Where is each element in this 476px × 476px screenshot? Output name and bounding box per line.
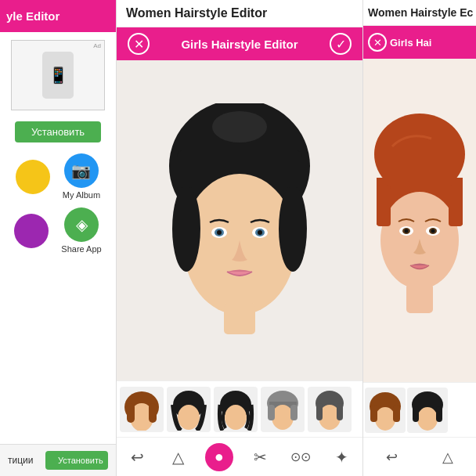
- ad-label: Ad: [93, 42, 101, 49]
- left-header-text: yle Editor: [6, 9, 60, 23]
- album-icon[interactable]: 📷: [64, 153, 99, 188]
- svg-point-39: [431, 229, 435, 233]
- svg-point-48: [417, 407, 438, 431]
- center-hairstyle-row: [117, 380, 362, 437]
- hair-thumb-2[interactable]: [167, 387, 211, 432]
- glasses-button[interactable]: ⊙⊙: [287, 443, 315, 471]
- icon-grid: 📷 My Album ◈ Share App: [14, 153, 101, 261]
- center-face-area: [117, 60, 362, 380]
- svg-rect-40: [377, 186, 391, 226]
- svg-rect-49: [413, 406, 419, 422]
- svg-rect-16: [149, 403, 157, 423]
- style-button[interactable]: ✂: [246, 443, 274, 471]
- hair-thumb-1[interactable]: [120, 387, 164, 432]
- svg-rect-24: [268, 405, 275, 420]
- album-icon-item[interactable]: 📷 My Album: [63, 153, 100, 200]
- purple-icon: [14, 214, 49, 248]
- icon-row-1: 📷 My Album: [16, 153, 100, 200]
- center-face-svg: [153, 103, 326, 338]
- svg-rect-41: [449, 186, 463, 226]
- right-app-header: Women Hairstyle Ec: [363, 0, 476, 26]
- center-toolbar: ↩ △ ● ✂ ⊙⊙ ✦: [117, 437, 362, 476]
- undo-button[interactable]: ↩: [123, 443, 151, 471]
- share-label: Share App: [61, 244, 101, 254]
- svg-rect-28: [316, 403, 323, 420]
- right-close-button[interactable]: ✕: [368, 33, 387, 52]
- center-app-header: Women Hairstyle Editor: [117, 0, 362, 27]
- svg-point-12: [212, 111, 267, 142]
- svg-rect-29: [337, 403, 343, 420]
- right-face-svg: [369, 107, 471, 334]
- svg-rect-15: [127, 403, 135, 423]
- center-panel: Women Hairstyle Editor ✕ Girls Hairstyle…: [116, 0, 363, 476]
- install-button-bottom[interactable]: Установить: [45, 451, 108, 470]
- right-face-area: [363, 59, 476, 382]
- right-pink-bar: ✕ Girls Hai: [363, 26, 476, 59]
- center-pink-bar: ✕ Girls Hairstyle Editor ✓: [117, 27, 362, 60]
- svg-rect-50: [436, 406, 442, 422]
- svg-rect-3: [224, 303, 255, 334]
- ad-phone-icon: 📱: [42, 52, 74, 99]
- right-hair-thumb-1[interactable]: [365, 388, 406, 433]
- svg-point-18: [178, 405, 200, 430]
- svg-point-10: [172, 186, 200, 272]
- left-panel: yle Editor Ad 📱 Установить 📷 My Album ◈ …: [0, 0, 116, 476]
- center-bar-title: Girls Hairstyle Editor: [150, 38, 330, 51]
- svg-rect-44: [370, 405, 377, 422]
- yellow-icon: [16, 160, 50, 194]
- svg-rect-33: [406, 283, 433, 313]
- right-undo-button[interactable]: ↩: [377, 443, 406, 471]
- bottom-bar-text: тиции: [8, 455, 33, 466]
- center-check-button[interactable]: ✓: [330, 33, 352, 55]
- share-icon[interactable]: ◈: [64, 207, 99, 242]
- left-header: yle Editor: [0, 0, 116, 32]
- icon-row-2: ◈ Share App: [14, 207, 101, 254]
- svg-rect-45: [393, 405, 400, 422]
- center-close-button[interactable]: ✕: [128, 33, 150, 55]
- shape-button[interactable]: △: [164, 443, 192, 471]
- right-hair-thumb-2[interactable]: [407, 388, 448, 433]
- sparkle-button[interactable]: ✦: [328, 443, 356, 471]
- right-toolbar: ↩ △: [363, 437, 476, 476]
- svg-point-20: [225, 405, 247, 430]
- album-label: My Album: [63, 190, 100, 200]
- right-shape-button[interactable]: △: [434, 443, 462, 471]
- hair-thumb-5[interactable]: [308, 387, 352, 432]
- share-icon-item[interactable]: ◈ Share App: [61, 207, 101, 254]
- hair-color-button[interactable]: ●: [205, 443, 233, 471]
- ad-box: Ad 📱: [11, 40, 105, 110]
- install-button-top[interactable]: Установить: [15, 121, 101, 142]
- hair-thumb-3[interactable]: [214, 387, 258, 432]
- right-bar-title: Girls Hai: [390, 37, 431, 49]
- svg-point-43: [375, 407, 395, 431]
- svg-rect-25: [290, 405, 298, 420]
- svg-point-11: [279, 186, 307, 272]
- center-app-title: Women Hairstyle Editor: [126, 6, 267, 20]
- svg-point-23: [272, 405, 294, 430]
- bottom-bar: тиции Установить: [0, 444, 116, 476]
- svg-point-8: [217, 230, 222, 235]
- right-panel: Women Hairstyle Ec ✕ Girls Hai: [363, 0, 476, 476]
- right-app-title: Women Hairstyle Ec: [368, 6, 473, 19]
- hair-thumb-4[interactable]: [261, 387, 305, 432]
- svg-point-9: [258, 230, 262, 235]
- right-hairstyle-row: [363, 382, 476, 437]
- svg-point-38: [405, 229, 409, 233]
